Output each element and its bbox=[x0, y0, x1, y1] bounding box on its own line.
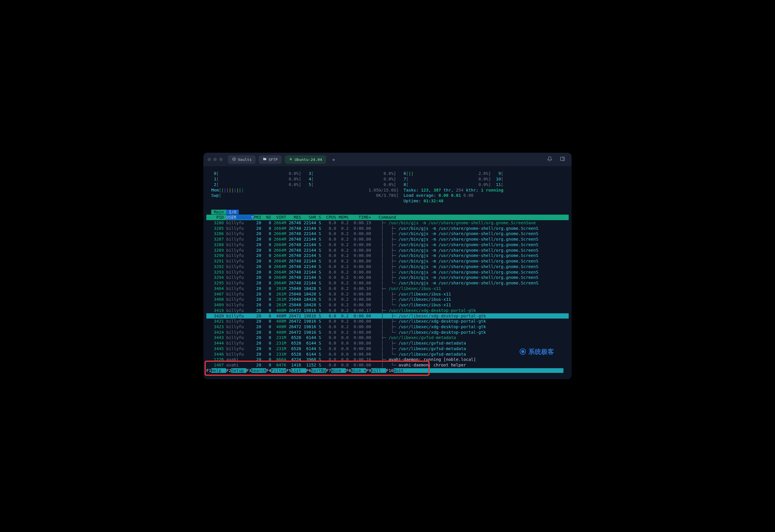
time: 0:00.19 bbox=[351, 220, 371, 225]
tasks-running: 1 running bbox=[481, 188, 503, 192]
fkey-f9[interactable]: F9 bbox=[366, 368, 371, 373]
process-row[interactable]: 3443 billyfu 20 0 231M 6528 6144 S 0.0 0… bbox=[206, 335, 456, 340]
folder-icon bbox=[263, 157, 267, 162]
process-row[interactable]: 3293 billyfu 20 0 2664M 26748 22144 S 0.… bbox=[206, 270, 538, 274]
process-row[interactable]: 1226 avahi 20 0 8664 4224 3968 S 0.0 0.0… bbox=[206, 357, 476, 362]
process-row[interactable]: 3285 billyfu 20 0 2664M 26748 22144 S 0.… bbox=[206, 226, 538, 231]
fkey-f4-label[interactable]: Filter bbox=[271, 368, 286, 373]
mem: 0.2 bbox=[339, 242, 349, 247]
command: /usr/libexec/gvfsd-metadata bbox=[399, 346, 466, 351]
fkey-f1[interactable]: F1 bbox=[206, 368, 211, 373]
process-row-selected[interactable]: 3420 billyfu 20 0 408M 26472 19816 S 0.0… bbox=[206, 313, 569, 319]
mem: 0.2 bbox=[339, 237, 349, 241]
ni: 0 bbox=[264, 319, 271, 324]
tab-io[interactable]: I/O bbox=[226, 210, 239, 214]
process-row[interactable]: 3287 billyfu 20 0 2664M 26748 22144 S 0.… bbox=[206, 237, 538, 241]
traffic-min-icon[interactable] bbox=[213, 158, 217, 161]
fkey-f2[interactable]: F2 bbox=[226, 368, 231, 373]
tasks-total: 123 bbox=[421, 188, 429, 192]
mem-label: Mem bbox=[211, 188, 219, 192]
virt: 231M bbox=[274, 352, 286, 357]
pid: 3420 bbox=[206, 314, 224, 318]
fkey-f6[interactable]: F6 bbox=[306, 368, 311, 373]
process-row[interactable]: 3445 billyfu 20 0 231M 6528 6144 S 0.0 0… bbox=[206, 346, 466, 351]
process-row[interactable]: 3292 billyfu 20 0 2664M 26748 22144 S 0.… bbox=[206, 264, 538, 269]
process-row[interactable]: 3421 billyfu 20 0 408M 26472 19816 S 0.0… bbox=[206, 319, 486, 324]
pid: 3285 bbox=[206, 226, 224, 231]
process-row[interactable]: 3423 billyfu 20 0 408M 26472 19816 S 0.0… bbox=[206, 324, 486, 329]
mem: 0.2 bbox=[339, 324, 349, 329]
fkey-f3[interactable]: F3 bbox=[246, 368, 251, 373]
process-row[interactable]: 3444 billyfu 20 0 231M 6528 6144 S 0.0 0… bbox=[206, 341, 466, 345]
terminal[interactable]: 0[ 0.0%] 3[ 0.0%] 6[|| 2.6%] 9[ 0.0%] 1[… bbox=[204, 166, 571, 373]
state: S bbox=[319, 253, 321, 258]
sidebar-icon[interactable] bbox=[557, 155, 567, 164]
process-row[interactable]: 1407 avahi 20 0 8476 1416 1152 S 0.0 0.0… bbox=[206, 363, 466, 367]
bell-icon[interactable] bbox=[545, 155, 555, 164]
fkey-f6-label[interactable]: SortBy bbox=[311, 368, 326, 373]
process-row[interactable]: 3404 billyfu 20 0 261M 25048 18428 S 0.0… bbox=[206, 286, 441, 291]
process-row[interactable]: 3290 billyfu 20 0 2664M 26748 22144 S 0.… bbox=[206, 253, 538, 258]
cpu: 0.0 bbox=[324, 264, 336, 269]
fkey-f3-label[interactable]: Search bbox=[251, 368, 266, 373]
state: S bbox=[319, 346, 321, 351]
process-row[interactable]: 3407 billyfu 20 0 261M 25048 18428 S 0.0… bbox=[206, 292, 451, 296]
fkey-f8-label[interactable]: Nice + bbox=[351, 368, 366, 373]
command: /usr/libexec/gvfsd-metadata bbox=[399, 352, 466, 357]
tab-main[interactable]: Main bbox=[211, 210, 226, 214]
fkey-f5[interactable]: F5 bbox=[286, 368, 291, 373]
fkey-f9-label[interactable]: Kill bbox=[371, 368, 386, 373]
state: S bbox=[319, 363, 321, 367]
process-row[interactable]: 3409 billyfu 20 0 261M 25048 18428 S 0.0… bbox=[206, 302, 451, 307]
fkey-f5-label[interactable]: List bbox=[291, 368, 306, 373]
cpu-meter-4: 4 bbox=[306, 177, 311, 181]
time: 0:00.00 bbox=[351, 346, 371, 351]
process-row[interactable]: 3289 billyfu 20 0 2664M 26748 22144 S 0.… bbox=[206, 248, 538, 253]
fkey-f7[interactable]: F7 bbox=[326, 368, 331, 373]
pid: 3419 bbox=[206, 308, 224, 313]
traffic-max-icon[interactable] bbox=[219, 158, 223, 161]
mem: 0.2 bbox=[339, 231, 349, 236]
cpu: 0.0 bbox=[324, 292, 336, 296]
fkey-f1-label[interactable]: Help bbox=[211, 368, 226, 373]
process-header[interactable]: PID USER ▽PRI NI VIRT RES SHR S CPU% MEM… bbox=[206, 215, 569, 220]
traffic-close-icon[interactable] bbox=[208, 158, 211, 161]
tab-sftp[interactable]: SFTP bbox=[259, 155, 282, 164]
process-row[interactable]: 3295 billyfu 20 0 2664M 26748 22144 S 0.… bbox=[206, 281, 538, 285]
command: /usr/bin/gjs -m /usr/share/gnome-shell/o… bbox=[399, 275, 538, 280]
tab-ubuntu-24-04[interactable]: Ubuntu-24.04 bbox=[285, 155, 326, 164]
state: S bbox=[319, 220, 321, 225]
fkey-f8[interactable]: F8 bbox=[346, 368, 351, 373]
fkey-f2-label[interactable]: Setup bbox=[231, 368, 246, 373]
user: billyfu bbox=[226, 302, 254, 307]
user: billyfu bbox=[226, 346, 254, 351]
process-row[interactable]: 3408 billyfu 20 0 261M 25048 18428 S 0.0… bbox=[206, 297, 451, 302]
time: 0:00.00 bbox=[351, 292, 371, 296]
command: /usr/libexec/ibus-x11 bbox=[389, 286, 441, 291]
ni: 0 bbox=[264, 264, 271, 269]
cpu-meter-8-value: 0.0% bbox=[476, 182, 489, 187]
command: /usr/libexec/ibus-x11 bbox=[399, 302, 451, 307]
process-row[interactable]: 3280 billyfu 20 0 2664M 26748 22144 S 0.… bbox=[206, 220, 536, 225]
process-row[interactable]: 3424 billyfu 20 0 408M 26472 19816 S 0.0… bbox=[206, 330, 486, 335]
process-row[interactable]: 3286 billyfu 20 0 2664M 26748 22144 S 0.… bbox=[206, 231, 538, 236]
process-row[interactable]: 3294 billyfu 20 0 2664M 26748 22144 S 0.… bbox=[206, 275, 538, 280]
cpu-meter-5-value: 0.0% bbox=[381, 182, 394, 187]
virt: 2664M bbox=[274, 226, 286, 231]
fkey-f7-label[interactable]: Nice - bbox=[331, 368, 346, 373]
tab-vaults[interactable]: Vaults bbox=[228, 155, 256, 164]
process-row[interactable]: 3419 billyfu 20 0 408M 26472 19816 S 0.0… bbox=[206, 308, 476, 313]
fkey-f10-label[interactable]: Quit bbox=[394, 368, 409, 373]
process-row[interactable]: 3446 billyfu 20 0 231M 6528 6144 S 0.0 0… bbox=[206, 352, 466, 357]
command: avahi-daemon: chroot helper bbox=[399, 363, 466, 367]
process-row[interactable]: 3288 billyfu 20 0 2664M 26748 22144 S 0.… bbox=[206, 242, 538, 247]
command: /usr/bin/gjs -m /usr/share/gnome-shell/o… bbox=[399, 281, 538, 285]
shr: 22144 bbox=[304, 231, 316, 236]
process-row[interactable]: 3291 billyfu 20 0 2664M 26748 22144 S 0.… bbox=[206, 259, 538, 263]
new-tab-button[interactable]: + bbox=[329, 155, 338, 164]
fkey-f10[interactable]: F10 bbox=[386, 368, 394, 373]
virt: 261M bbox=[274, 286, 286, 291]
fkey-f4[interactable]: F4 bbox=[266, 368, 271, 373]
shr: 6144 bbox=[304, 335, 316, 340]
shr: 22144 bbox=[304, 226, 316, 231]
